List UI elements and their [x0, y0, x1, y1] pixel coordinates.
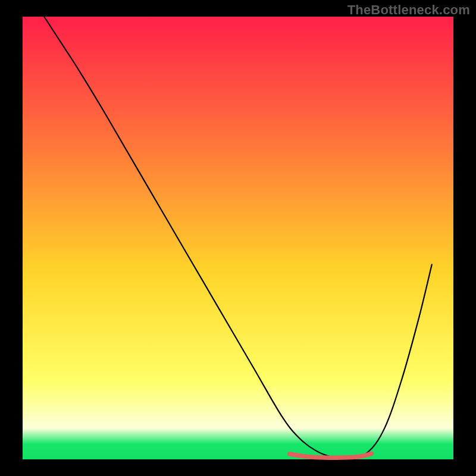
chart-frame: TheBottleneck.com [0, 0, 476, 476]
chart-svg [0, 0, 476, 476]
watermark-text: TheBottleneck.com [347, 2, 470, 18]
